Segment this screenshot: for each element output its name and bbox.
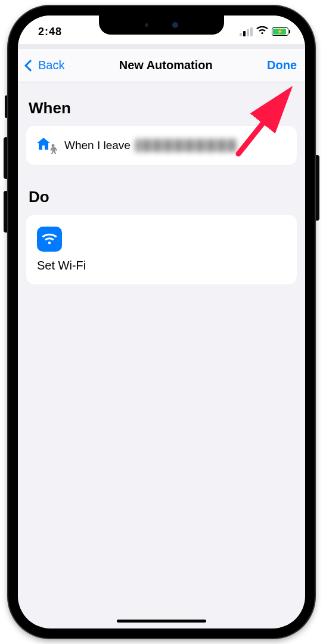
- notch: [99, 16, 224, 35]
- do-action-label: Set Wi-Fi: [37, 259, 86, 273]
- navigation-bar: Back New Automation Done: [18, 49, 305, 82]
- screen: 2:48 ⚡ Back New Automation Done: [18, 16, 305, 628]
- svg-point-0: [52, 144, 55, 147]
- when-prefix: When I leave: [64, 139, 131, 152]
- do-header: Do: [29, 188, 297, 206]
- when-trigger-row[interactable]: When I leave: [26, 126, 297, 165]
- back-button[interactable]: Back: [26, 58, 64, 72]
- page-title: New Automation: [119, 58, 213, 72]
- cellular-icon: [240, 27, 253, 36]
- status-time: 2:48: [38, 26, 62, 38]
- back-label: Back: [38, 58, 64, 72]
- done-button[interactable]: Done: [267, 58, 297, 72]
- when-header: When: [29, 99, 297, 117]
- wifi-action-icon: [37, 227, 62, 252]
- home-indicator[interactable]: [117, 620, 206, 623]
- battery-icon: ⚡: [272, 27, 288, 36]
- wifi-icon: [256, 26, 268, 37]
- leave-home-icon: [36, 137, 56, 154]
- chevron-left-icon: [24, 60, 36, 72]
- when-location-redacted: [135, 139, 237, 152]
- do-action-row[interactable]: Set Wi-Fi: [26, 215, 297, 284]
- content-area: When When I leave Do: [18, 82, 305, 621]
- phone-frame: 2:48 ⚡ Back New Automation Done: [8, 6, 315, 638]
